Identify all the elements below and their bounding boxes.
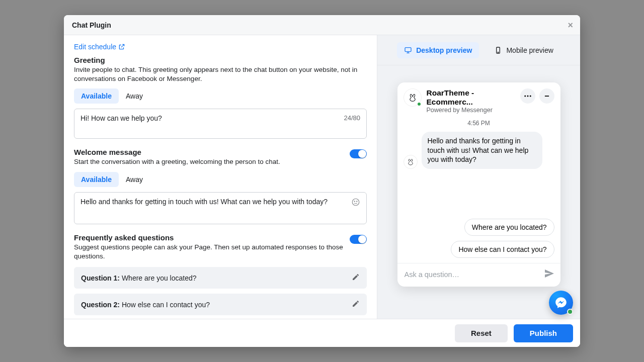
chat-page-title: RoarTheme - Ecommerc... (427, 88, 515, 107)
more-icon (523, 92, 532, 101)
modal-header: Chat Plugin × (64, 15, 580, 35)
tab-welcome-available[interactable]: Available (74, 172, 119, 187)
edit-schedule-label: Edit schedule (74, 43, 116, 51)
message-avatar (404, 155, 418, 169)
svg-point-0 (352, 199, 359, 206)
chat-subtitle: Powered by Messenger (427, 107, 515, 114)
page-avatar (404, 88, 422, 107)
faq-q1-text: Where are you located? (122, 274, 197, 282)
svg-point-8 (529, 96, 531, 97)
faq-question-2[interactable]: Question 2: How else can I contact you? (74, 294, 367, 315)
greeting-tabs: Available Away (74, 88, 367, 104)
chat-timestamp: 4:56 PM (397, 117, 560, 132)
external-link-icon (118, 43, 125, 50)
welcome-bubble: Hello and thanks for getting in touch wi… (422, 132, 542, 169)
minimize-icon (543, 93, 550, 100)
faq-q1-label: Question 1: (81, 274, 120, 282)
svg-point-7 (527, 96, 528, 97)
greeting-desc: Invite people to chat. This greeting onl… (74, 65, 367, 83)
mobile-icon (494, 46, 502, 54)
chat-plugin-modal: Chat Plugin × Edit schedule Greeting Inv… (64, 15, 580, 347)
send-button[interactable] (543, 267, 555, 282)
faq-title: Frequently asked questions (74, 233, 345, 242)
tab-greeting-away[interactable]: Away (119, 88, 150, 104)
faq-desc: Suggest questions people can ask your Pa… (74, 243, 345, 261)
online-status-dot (417, 102, 422, 107)
edit-icon[interactable] (352, 273, 360, 283)
minimize-button[interactable] (539, 88, 554, 104)
desktop-icon (404, 46, 412, 54)
edit-schedule-link[interactable]: Edit schedule (74, 43, 125, 51)
chat-widget: RoarTheme - Ecommerc... Powered by Messe… (397, 82, 560, 287)
emoji-picker-icon[interactable] (351, 198, 360, 208)
suggested-question-2[interactable]: How else can I contact you? (451, 241, 554, 258)
messenger-icon (554, 296, 568, 309)
online-status-dot (567, 309, 573, 315)
faq-q2-text: How else can I contact you? (122, 301, 210, 309)
svg-point-2 (357, 201, 357, 202)
svg-point-5 (498, 52, 499, 52)
greeting-title: Greeting (74, 56, 367, 64)
modal-footer: Reset Publish (64, 319, 580, 347)
reset-button[interactable]: Reset (455, 324, 508, 342)
suggested-question-1[interactable]: Where are you located? (464, 219, 554, 236)
svg-rect-3 (405, 47, 411, 51)
suggested-questions: Where are you located? How else can I co… (397, 219, 560, 263)
greeting-textarea[interactable]: Hi! How can we help you? 24/80 (74, 109, 367, 139)
greeting-char-counter: 24/80 (344, 114, 360, 122)
close-icon[interactable]: × (568, 21, 573, 30)
welcome-tabs: Available Away (74, 172, 367, 187)
chat-input-bar (397, 263, 560, 287)
preview-tabs: Desktop preview Mobile preview (377, 35, 580, 65)
greeting-text: Hi! How can we help you? (80, 114, 360, 122)
settings-pane: Edit schedule Greeting Invite people to … (64, 35, 377, 319)
welcome-text: Hello and thanks for getting in touch wi… (80, 198, 360, 206)
tab-greeting-available[interactable]: Available (74, 88, 119, 104)
preview-pane: Desktop preview Mobile preview Roa (377, 35, 580, 319)
tab-welcome-away[interactable]: Away (119, 172, 150, 187)
chat-message-row: Hello and thanks for getting in touch wi… (397, 132, 560, 169)
faq-q2-label: Question 2: (81, 301, 120, 309)
tab-mobile-preview[interactable]: Mobile preview (487, 42, 560, 58)
welcome-textarea[interactable]: Hello and thanks for getting in touch wi… (74, 192, 367, 224)
faq-question-1[interactable]: Question 1: Where are you located? (74, 267, 367, 289)
chat-spacer (397, 169, 560, 219)
welcome-title: Welcome message (74, 148, 280, 156)
welcome-desc: Start the conversation with a greeting, … (74, 157, 280, 166)
preview-area: RoarTheme - Ecommerc... Powered by Messe… (377, 65, 580, 319)
rabbit-icon (406, 157, 415, 166)
send-icon (543, 267, 555, 280)
svg-point-6 (524, 96, 526, 97)
messenger-fab[interactable] (549, 291, 573, 315)
more-options-button[interactable] (520, 88, 535, 104)
welcome-toggle[interactable] (350, 149, 367, 158)
rabbit-icon (407, 92, 418, 103)
chat-text-input[interactable] (405, 270, 539, 279)
chat-header: RoarTheme - Ecommerc... Powered by Messe… (397, 82, 560, 117)
tab-desktop-preview[interactable]: Desktop preview (397, 42, 479, 58)
desktop-preview-label: Desktop preview (416, 46, 472, 54)
mobile-preview-label: Mobile preview (506, 46, 553, 54)
modal-body: Edit schedule Greeting Invite people to … (64, 35, 580, 319)
faq-toggle[interactable] (350, 235, 367, 244)
publish-button[interactable]: Publish (514, 324, 573, 342)
modal-title: Chat Plugin (72, 21, 111, 29)
edit-icon[interactable] (352, 300, 360, 309)
svg-point-1 (354, 201, 355, 202)
